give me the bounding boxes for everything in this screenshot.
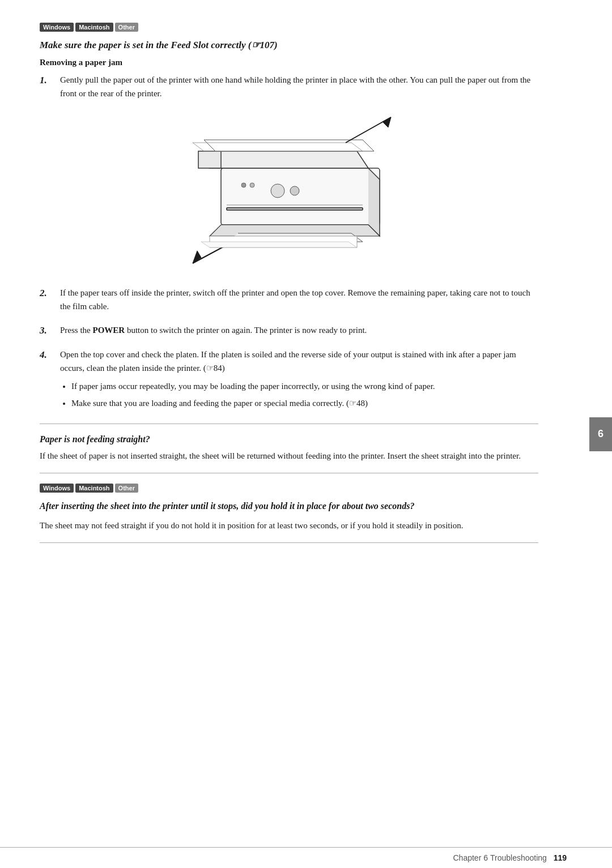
- step-2-text: If the paper tears off inside the printe…: [60, 286, 538, 313]
- svg-marker-8: [382, 117, 391, 127]
- step-2-number: 2.: [40, 286, 58, 301]
- printer-illustration: [40, 112, 538, 270]
- step-4-number: 4.: [40, 348, 58, 362]
- step-4: 4. Open the top cover and check the plat…: [40, 348, 538, 413]
- footer-page-number: 119: [554, 853, 567, 862]
- bullet-1: If paper jams occur repeatedly, you may …: [71, 379, 538, 393]
- step-3-suffix: button to switch the printer on again. T…: [125, 326, 367, 335]
- svg-point-1: [271, 184, 284, 198]
- divider-1: [40, 424, 538, 424]
- bullet-2: Make sure that you are loading and feedi…: [71, 396, 538, 410]
- printer-svg: [153, 112, 425, 270]
- tag-other-top: Other: [115, 23, 138, 32]
- section3-title: After inserting the sheet into the print…: [40, 499, 538, 513]
- divider-3: [40, 542, 538, 543]
- chapter-side-tab: 6: [589, 417, 612, 451]
- svg-rect-0: [221, 168, 380, 225]
- main-content: Windows Macintosh Other Make sure the pa…: [0, 0, 584, 847]
- step-3: 3. Press the POWER button to switch the …: [40, 323, 538, 338]
- section2-title: Paper is not feeding straight?: [40, 434, 538, 444]
- arrow-upper-right: [346, 117, 391, 143]
- step-1-text: Gently pull the paper out of the printer…: [60, 73, 538, 100]
- step-2: 2. If the paper tears off inside the pri…: [40, 286, 538, 313]
- step-4-text: Open the top cover and check the platen.…: [60, 348, 538, 413]
- tag-other-bottom: Other: [115, 484, 138, 493]
- tag-windows-bottom: Windows: [40, 484, 74, 493]
- step-4-bullets: If paper jams occur repeatedly, you may …: [71, 379, 538, 410]
- step-3-text: Press the POWER button to switch the pri…: [60, 323, 538, 337]
- footer-chapter: Chapter 6: [453, 853, 487, 862]
- step-3-bold: POWER: [93, 326, 125, 335]
- divider-2: [40, 473, 538, 473]
- step-1: 1. Gently pull the paper out of the prin…: [40, 73, 538, 100]
- page-footer: Chapter 6 Troubleshooting 119: [0, 847, 612, 868]
- step-4-main-text: Open the top cover and check the platen.…: [60, 350, 516, 373]
- step-3-number: 3.: [40, 323, 58, 338]
- section1-title: Make sure the paper is set in the Feed S…: [40, 39, 538, 52]
- page-container: Windows Macintosh Other Make sure the pa…: [0, 0, 612, 868]
- step-1-number: 1.: [40, 73, 58, 88]
- tag-row-top: Windows Macintosh Other: [40, 23, 538, 32]
- tag-row-bottom: Windows Macintosh Other: [40, 484, 538, 493]
- svg-point-2: [290, 186, 299, 195]
- svg-point-4: [241, 183, 246, 187]
- tag-macintosh-top: Macintosh: [75, 23, 113, 32]
- svg-point-5: [250, 183, 254, 187]
- svg-rect-3: [227, 208, 363, 210]
- footer-section: Troubleshooting: [490, 853, 547, 862]
- section1-subheading: Removing a paper jam: [40, 58, 538, 67]
- section3-body: The sheet may not feed straight if you d…: [40, 519, 538, 532]
- tag-macintosh-bottom: Macintosh: [75, 484, 113, 493]
- section2-body: If the sheet of paper is not inserted st…: [40, 449, 538, 463]
- tag-windows-top: Windows: [40, 23, 74, 32]
